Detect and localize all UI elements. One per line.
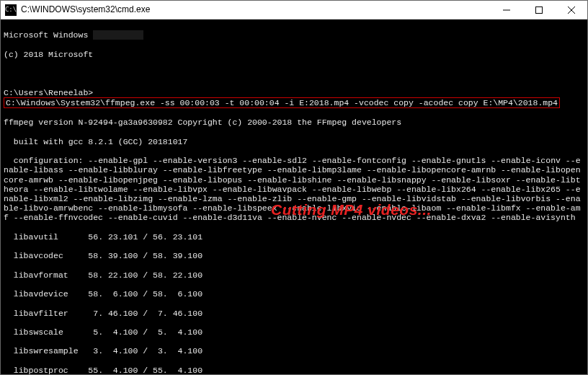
highlighted-command: C:\Windows\System32\ffmpeg.exe -ss 00:00… [4, 97, 560, 108]
copyright-line: (c) 2018 Microsoft [4, 50, 584, 59]
cmd-icon: C:\ [5, 4, 17, 16]
window-controls [490, 1, 587, 19]
header-line: Microsoft Windows xxxxxxxx [4, 30, 584, 40]
lib-version: libavformat 58. 22.100 / 58. 22.100 [4, 270, 584, 280]
lib-version: libavdevice 58. 6.100 / 58. 6.100 [4, 289, 584, 299]
maximize-button[interactable] [522, 1, 555, 19]
lib-version: libswresample 3. 4.100 / 3. 4.100 [4, 346, 584, 356]
built-with: built with gcc 8.2.1 (GCC) 20181017 [4, 137, 584, 146]
lib-version: libavcodec 58. 39.100 / 58. 39.100 [4, 251, 584, 260]
blank-line [4, 69, 584, 78]
command-line: C:\Users\Reneelab>C:\Windows\System32\ff… [4, 88, 584, 108]
lib-version: libavfilter 7. 46.100 / 7. 46.100 [4, 309, 584, 318]
window-titlebar: C:\ C:\WINDOWS\system32\cmd.exe [1, 1, 587, 19]
lib-version: libswscale 5. 4.100 / 5. 4.100 [4, 327, 584, 337]
minimize-button[interactable] [490, 1, 522, 19]
lib-version: libpostproc 55. 4.100 / 55. 4.100 [4, 366, 584, 374]
redacted-text: xxxxxxxx [93, 30, 143, 40]
window-title: C:\WINDOWS\system32\cmd.exe [21, 5, 490, 15]
lib-version: libavutil 56. 23.101 / 56. 23.101 [4, 232, 584, 242]
prompt-prefix: C:\Users\Reneelab> [4, 88, 93, 97]
svg-rect-1 [535, 6, 542, 13]
ffmpeg-version: ffmpeg version N-92494-ga3a9630982 Copyr… [4, 118, 584, 127]
terminal-output[interactable]: Microsoft Windows xxxxxxxx (c) 2018 Micr… [1, 19, 587, 374]
annotation-overlay: Cutting MP4 videos... [271, 201, 432, 219]
close-button[interactable] [555, 1, 587, 19]
